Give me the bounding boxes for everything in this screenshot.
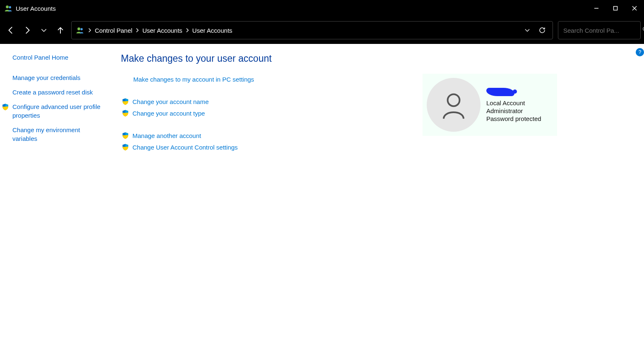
account-type: Local Account [486,99,541,106]
account-info: Local Account Administrator Password pro… [486,88,541,122]
sidebar-link-environment-variables[interactable]: Change my environment variables [12,126,104,143]
account-role: Administrator [486,107,541,114]
task-manage-another: Manage another account [122,132,644,139]
chevron-right-icon[interactable] [185,28,190,33]
breadcrumb-control-panel[interactable]: Control Panel [95,27,132,34]
sidebar-link-advanced-profile[interactable]: Configure advanced user profile properti… [12,102,104,120]
forward-button[interactable] [20,23,35,38]
task-link-pc-settings[interactable]: Make changes to my account in PC setting… [133,76,254,83]
user-accounts-icon [76,26,84,34]
refresh-button[interactable] [536,24,548,36]
user-accounts-app-icon [4,4,12,12]
minimize-button[interactable] [587,0,606,17]
account-card: Local Account Administrator Password pro… [423,74,557,136]
avatar [427,78,481,132]
title-bar: User Accounts [0,0,644,17]
close-button[interactable] [625,0,644,17]
uac-shield-icon [122,109,129,117]
uac-shield-icon [122,132,129,139]
account-password-status: Password protected [486,115,541,122]
uac-shield-icon [122,143,129,151]
task-link-manage-another[interactable]: Manage another account [132,132,201,139]
address-history-button[interactable] [521,24,533,36]
uac-shield-icon [2,103,9,111]
back-button[interactable] [3,23,18,38]
task-link-change-type[interactable]: Change your account type [132,110,205,117]
sidebar-link-manage-credentials[interactable]: Manage your credentials [12,73,104,82]
maximize-button[interactable] [606,0,625,17]
window-title: User Accounts [16,5,56,12]
uac-shield-icon [122,98,129,105]
page-heading: Make changes to your user account [121,53,644,64]
main-panel: Make changes to your user account Make c… [112,44,644,348]
chevron-right-icon[interactable] [87,28,92,33]
control-panel-home-link[interactable]: Control Panel Home [12,53,104,62]
sidebar: Control Panel Home Manage your credentia… [0,44,112,348]
nav-bar: Control Panel User Accounts User Account… [0,17,644,44]
search-icon[interactable] [642,26,644,34]
task-change-type: Change your account type [122,109,644,117]
task-change-name: Change your account name [122,98,644,105]
task-pc-settings: Make changes to my account in PC setting… [133,76,644,83]
content-area: ? Control Panel Home Manage your credent… [0,44,644,348]
address-bar[interactable]: Control Panel User Accounts User Account… [71,21,553,39]
breadcrumb-user-accounts[interactable]: User Accounts [142,27,183,34]
task-link-uac-settings[interactable]: Change User Account Control settings [132,144,238,151]
task-list: Make changes to my account in PC setting… [121,76,644,151]
sidebar-link-label: Configure advanced user profile properti… [12,103,101,119]
task-uac-settings: Change User Account Control settings [122,143,644,151]
sidebar-link-password-reset-disk[interactable]: Create a password reset disk [12,88,104,97]
search-input[interactable] [563,27,642,34]
account-name-redacted [486,88,514,96]
search-box[interactable] [558,21,641,39]
up-button[interactable] [53,23,68,38]
recent-locations-button[interactable] [36,23,51,38]
task-link-change-name[interactable]: Change your account name [132,98,209,105]
breadcrumb-user-accounts-2[interactable]: User Accounts [192,27,233,34]
chevron-right-icon[interactable] [135,28,140,33]
